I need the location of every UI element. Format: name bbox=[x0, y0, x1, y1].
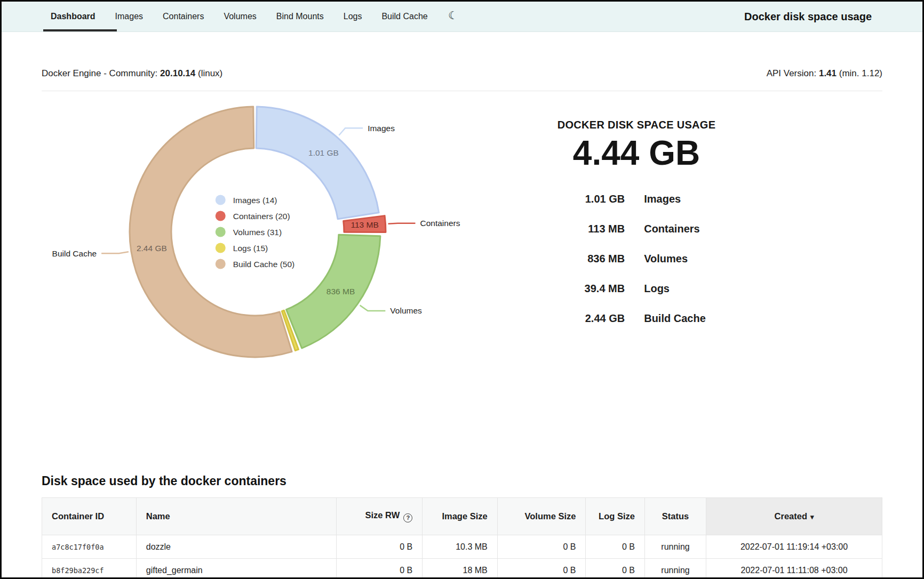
stat-value-containers: 113 MB bbox=[567, 223, 625, 235]
cell-image-size: 18 MB bbox=[423, 559, 497, 579]
api-label: API Version: bbox=[767, 68, 817, 78]
segment-name-label-volumes: Volumes bbox=[390, 306, 422, 315]
table-header-row: Container ID Name Size RW? Image Size Vo… bbox=[42, 498, 882, 535]
col-label: Size RW bbox=[365, 510, 400, 520]
engine-version-text: Docker Engine - Community: 20.10.14 (lin… bbox=[42, 68, 222, 79]
legend-label: Logs (15) bbox=[233, 243, 268, 253]
legend-label: Build Cache (50) bbox=[233, 259, 294, 269]
segment-value-label-images: 1.01 GB bbox=[308, 148, 339, 157]
legend-item-containers[interactable]: Containers (20) bbox=[216, 211, 294, 221]
cell-container-id: a7c8c17f0f0a bbox=[42, 535, 137, 559]
segment-name-label-images: Images bbox=[368, 124, 395, 133]
tab-containers[interactable]: Containers bbox=[163, 2, 204, 31]
help-icon[interactable]: ? bbox=[403, 513, 412, 522]
cell-volume-size: 0 B bbox=[497, 535, 586, 559]
stat-label-logs: Logs bbox=[644, 283, 706, 295]
cell-status: running bbox=[644, 559, 706, 579]
col-label: Name bbox=[146, 511, 170, 521]
usage-stats-list: 1.01 GB Images 113 MB Containers 836 MB … bbox=[567, 193, 706, 325]
legend-item-logs[interactable]: Logs (15) bbox=[216, 243, 294, 253]
api-version-text: API Version: 1.41 (min. 1.12) bbox=[767, 68, 882, 79]
containers-section-heading: Disk space used by the docker containers bbox=[42, 474, 882, 488]
main-content: Docker Engine - Community: 20.10.14 (lin… bbox=[2, 68, 922, 579]
col-label: Status bbox=[662, 511, 689, 521]
segment-name-label-containers: Containers bbox=[420, 219, 460, 228]
app-title: Docker disk space usage bbox=[744, 11, 922, 23]
tab-logs[interactable]: Logs bbox=[344, 2, 362, 31]
legend-swatch-containers bbox=[216, 211, 226, 221]
legend-item-build-cache[interactable]: Build Cache (50) bbox=[216, 259, 294, 269]
cell-size-rw: 0 B bbox=[337, 559, 423, 579]
col-header-image-size[interactable]: Image Size bbox=[423, 498, 497, 535]
chart-row: 1.01 GBImages113 MBContainers836 MBVolum… bbox=[42, 91, 882, 368]
main-nav: Dashboard Images Containers Volumes Bind… bbox=[2, 2, 428, 31]
table-row: b8f29ba229cf gifted_germain 0 B 18 MB 0 … bbox=[42, 559, 882, 579]
stat-value-images: 1.01 GB bbox=[567, 193, 625, 205]
top-nav-bar: Dashboard Images Containers Volumes Bind… bbox=[2, 2, 922, 32]
legend-swatch-logs bbox=[216, 243, 226, 253]
engine-version: 20.10.14 bbox=[160, 68, 195, 78]
leader-line-build-cache bbox=[101, 252, 129, 253]
col-label: Image Size bbox=[442, 511, 487, 521]
cell-log-size: 0 B bbox=[586, 535, 644, 559]
leader-line-containers bbox=[388, 223, 416, 224]
col-header-status[interactable]: Status bbox=[644, 498, 706, 535]
cell-status: running bbox=[644, 535, 706, 559]
stat-label-volumes: Volumes bbox=[644, 253, 706, 265]
cell-name: dozzle bbox=[136, 535, 337, 559]
donut-chart: 1.01 GBImages113 MBContainers836 MBVolum… bbox=[42, 91, 511, 368]
api-version: 1.41 bbox=[819, 68, 837, 78]
cell-created: 2022-07-01 11:19:14 +03:00 bbox=[706, 535, 882, 559]
cell-size-rw: 0 B bbox=[337, 535, 423, 559]
sort-desc-icon: ▾ bbox=[810, 513, 814, 521]
stat-value-build-cache: 2.44 GB bbox=[567, 312, 625, 325]
legend-label: Volumes (31) bbox=[233, 227, 282, 237]
col-header-name[interactable]: Name bbox=[136, 498, 337, 535]
moon-icon: ☾ bbox=[448, 9, 458, 22]
usage-total: 4.44 GB bbox=[511, 133, 762, 173]
cell-log-size: 0 B bbox=[586, 559, 644, 579]
col-header-log-size[interactable]: Log Size bbox=[586, 498, 644, 535]
leader-line-images bbox=[339, 128, 363, 135]
legend-swatch-build-cache bbox=[216, 259, 226, 269]
tab-build-cache[interactable]: Build Cache bbox=[381, 2, 427, 31]
col-header-container-id[interactable]: Container ID bbox=[42, 498, 137, 535]
tab-volumes[interactable]: Volumes bbox=[224, 2, 256, 31]
legend-swatch-volumes bbox=[216, 227, 226, 237]
tab-dashboard[interactable]: Dashboard bbox=[51, 2, 95, 31]
legend-swatch-images bbox=[216, 195, 226, 205]
cell-volume-size: 0 B bbox=[497, 559, 586, 579]
table-row: a7c8c17f0f0a dozzle 0 B 10.3 MB 0 B 0 B … bbox=[42, 535, 882, 559]
col-label: Created bbox=[775, 511, 807, 521]
col-label: Container ID bbox=[52, 511, 104, 521]
col-header-size-rw[interactable]: Size RW? bbox=[337, 498, 423, 535]
dark-mode-toggle[interactable]: ☾ bbox=[448, 2, 458, 31]
stat-label-build-cache: Build Cache bbox=[644, 312, 706, 325]
engine-os: (linux) bbox=[198, 68, 222, 78]
tab-bind-mounts[interactable]: Bind Mounts bbox=[276, 2, 324, 31]
cell-image-size: 10.3 MB bbox=[423, 535, 497, 559]
segment-value-label-volumes: 836 MB bbox=[326, 287, 355, 296]
engine-label: Docker Engine - Community: bbox=[42, 68, 157, 78]
legend-label: Containers (20) bbox=[233, 211, 290, 221]
legend-item-images[interactable]: Images (14) bbox=[216, 195, 294, 205]
col-header-created[interactable]: Created▾ bbox=[706, 498, 882, 535]
stat-value-volumes: 836 MB bbox=[567, 253, 625, 265]
col-label: Log Size bbox=[599, 511, 635, 521]
disk-usage-panel: DOCKER DISK SPACE USAGE 4.44 GB 1.01 GB … bbox=[511, 91, 762, 368]
api-min-version: (min. 1.12) bbox=[839, 68, 882, 78]
stat-value-logs: 39.4 MB bbox=[567, 283, 625, 295]
segment-name-label-build-cache: Build Cache bbox=[52, 249, 97, 258]
stat-label-containers: Containers bbox=[644, 223, 706, 235]
cell-container-id: b8f29ba229cf bbox=[42, 559, 137, 579]
app-window: { "window": { "title": "Docker disk spac… bbox=[0, 0, 924, 579]
engine-info-row: Docker Engine - Community: 20.10.14 (lin… bbox=[42, 68, 882, 79]
col-header-volume-size[interactable]: Volume Size bbox=[497, 498, 586, 535]
containers-table: Container ID Name Size RW? Image Size Vo… bbox=[42, 497, 882, 579]
leader-line-volumes bbox=[360, 305, 386, 311]
col-label: Volume Size bbox=[524, 511, 576, 521]
tab-images[interactable]: Images bbox=[115, 2, 143, 31]
legend-label: Images (14) bbox=[233, 195, 277, 205]
cell-name: gifted_germain bbox=[136, 559, 337, 579]
legend-item-volumes[interactable]: Volumes (31) bbox=[216, 227, 294, 237]
